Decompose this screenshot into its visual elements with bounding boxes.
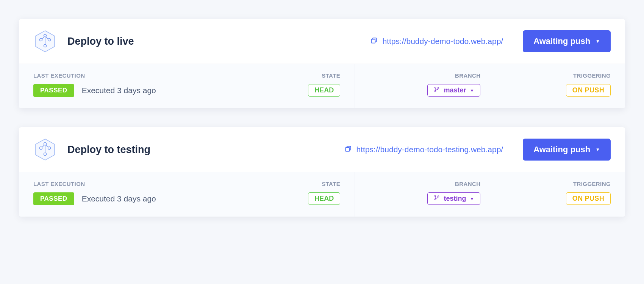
chevron-down-icon: ▼: [596, 147, 600, 152]
external-link-icon: [344, 145, 352, 154]
pipeline-title[interactable]: Deploy to live: [67, 36, 360, 47]
pipeline-url-text: https://buddy-demo-todo.web.app/: [382, 37, 503, 46]
execution-row: PASSED Executed 3 days ago: [33, 84, 225, 97]
pipeline-title[interactable]: Deploy to testing: [67, 144, 334, 156]
svg-rect-9: [372, 39, 375, 43]
git-branch-icon: [434, 195, 440, 203]
svg-point-16: [48, 147, 51, 150]
state-pill: HEAD: [308, 84, 340, 97]
external-link-icon: [370, 37, 378, 46]
trigger-pill: ON PUSH: [566, 84, 611, 97]
chevron-down-icon: ▼: [470, 88, 474, 93]
pipeline-card: Deploy to live https://buddy-demo-todo.w…: [19, 19, 625, 108]
trigger-pill: ON PUSH: [566, 192, 611, 205]
execution-row: PASSED Executed 3 days ago: [33, 192, 225, 205]
svg-point-12: [438, 87, 439, 89]
pipeline-meta-row: LAST EXECUTION PASSED Executed 3 days ag…: [19, 64, 625, 108]
svg-point-23: [435, 195, 436, 197]
branch-selector[interactable]: testing ▼: [427, 192, 480, 205]
status-badge: PASSED: [33, 84, 74, 97]
pipeline-card: Deploy to testing https://buddy-demo-tod…: [19, 127, 625, 217]
pipeline-url-text: https://buddy-demo-todo-testing.web.app/: [356, 145, 503, 154]
awaiting-push-label: Awaiting push: [533, 145, 590, 154]
meta-triggering: TRIGGERING ON PUSH: [495, 64, 625, 108]
pipeline-url-link[interactable]: https://buddy-demo-todo-testing.web.app/: [344, 145, 503, 154]
meta-state: STATE HEAD: [240, 172, 355, 217]
pipeline-header: Deploy to live https://buddy-demo-todo.w…: [19, 19, 625, 64]
meta-branch: BRANCH master ▼: [355, 64, 495, 108]
label-branch: BRANCH: [455, 181, 480, 187]
branch-selector[interactable]: master ▼: [427, 84, 480, 97]
svg-point-1: [44, 34, 47, 37]
meta-triggering: TRIGGERING ON PUSH: [495, 172, 625, 217]
label-last-execution: LAST EXECUTION: [33, 72, 225, 79]
chevron-down-icon: ▼: [596, 39, 600, 44]
label-last-execution: LAST EXECUTION: [33, 181, 225, 187]
label-state: STATE: [322, 72, 340, 79]
awaiting-push-button[interactable]: Awaiting push ▼: [523, 139, 611, 161]
meta-branch: BRANCH testing ▼: [355, 172, 495, 217]
label-triggering: TRIGGERING: [573, 181, 611, 187]
label-branch: BRANCH: [455, 72, 480, 79]
awaiting-push-button[interactable]: Awaiting push ▼: [523, 30, 611, 52]
state-pill: HEAD: [308, 192, 340, 205]
label-triggering: TRIGGERING: [573, 72, 611, 79]
svg-point-10: [435, 87, 436, 88]
execution-time-text: Executed 3 days ago: [82, 194, 156, 203]
svg-point-2: [40, 39, 42, 41]
svg-point-15: [40, 147, 42, 150]
branch-name: master: [444, 86, 466, 94]
meta-last-execution: LAST EXECUTION PASSED Executed 3 days ag…: [19, 64, 240, 108]
status-badge: PASSED: [33, 192, 74, 205]
pipeline-meta-row: LAST EXECUTION PASSED Executed 3 days ag…: [19, 172, 625, 217]
svg-point-14: [44, 143, 47, 145]
label-state: STATE: [322, 181, 340, 187]
pipeline-icon: [33, 30, 57, 53]
git-branch-icon: [434, 86, 440, 94]
chevron-down-icon: ▼: [470, 197, 474, 201]
meta-state: STATE HEAD: [240, 64, 355, 108]
awaiting-push-label: Awaiting push: [533, 36, 590, 46]
svg-point-25: [438, 196, 439, 197]
svg-point-4: [44, 45, 47, 47]
pipeline-icon: [33, 138, 57, 161]
pipeline-header: Deploy to testing https://buddy-demo-tod…: [19, 127, 625, 172]
svg-rect-22: [345, 147, 349, 151]
execution-time-text: Executed 3 days ago: [82, 86, 156, 95]
pipeline-url-link[interactable]: https://buddy-demo-todo.web.app/: [370, 37, 503, 46]
svg-point-3: [48, 39, 51, 41]
meta-last-execution: LAST EXECUTION PASSED Executed 3 days ag…: [19, 172, 240, 217]
branch-name: testing: [444, 195, 466, 203]
svg-point-17: [44, 153, 47, 156]
